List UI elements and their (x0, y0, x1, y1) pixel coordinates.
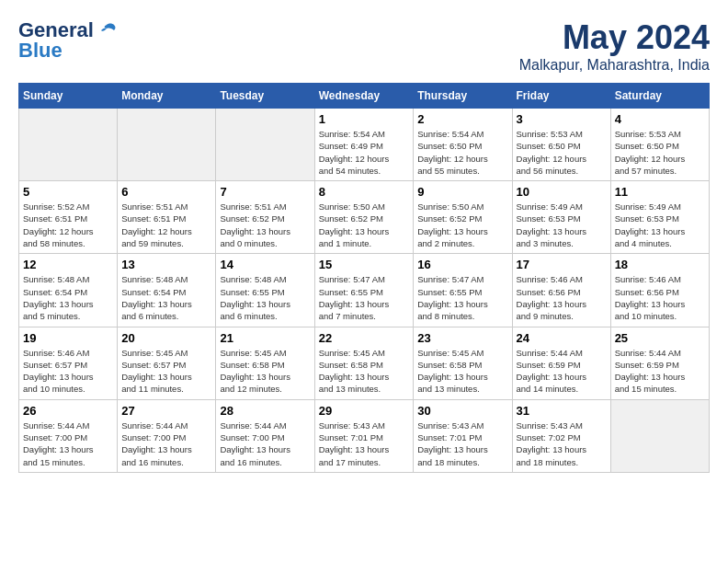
calendar-cell: 18Sunrise: 5:46 AM Sunset: 6:56 PM Dayli… (610, 254, 709, 327)
day-detail: Sunrise: 5:46 AM Sunset: 6:56 PM Dayligh… (517, 273, 607, 322)
calendar-cell: 27Sunrise: 5:44 AM Sunset: 7:00 PM Dayli… (118, 399, 216, 472)
day-number: 10 (517, 185, 607, 199)
day-number: 4 (615, 112, 705, 126)
day-number: 17 (517, 258, 607, 271)
day-detail: Sunrise: 5:54 AM Sunset: 6:49 PM Dayligh… (319, 128, 410, 177)
day-number: 15 (319, 258, 410, 271)
day-number: 21 (220, 331, 310, 345)
day-detail: Sunrise: 5:45 AM Sunset: 6:58 PM Dayligh… (220, 347, 310, 396)
day-number: 9 (417, 185, 507, 199)
day-header-thursday: Thursday (414, 84, 512, 109)
title-block: May 2024 Malkapur, Maharashtra, India (519, 18, 710, 74)
calendar-week-row: 19Sunrise: 5:46 AM Sunset: 6:57 PM Dayli… (19, 327, 710, 399)
day-number: 31 (517, 404, 607, 418)
day-header-sunday: Sunday (19, 84, 118, 109)
calendar-cell: 12Sunrise: 5:48 AM Sunset: 6:54 PM Dayli… (19, 254, 118, 327)
calendar-cell: 17Sunrise: 5:46 AM Sunset: 6:56 PM Dayli… (512, 254, 610, 327)
logo-bird-icon (96, 21, 118, 40)
calendar-cell: 4Sunrise: 5:53 AM Sunset: 6:50 PM Daylig… (610, 109, 709, 181)
calendar-cell: 23Sunrise: 5:45 AM Sunset: 6:58 PM Dayli… (414, 327, 512, 399)
day-number: 19 (23, 331, 113, 345)
location-subtitle: Malkapur, Maharashtra, India (519, 57, 710, 74)
day-number: 29 (319, 404, 410, 418)
day-detail: Sunrise: 5:48 AM Sunset: 6:54 PM Dayligh… (23, 273, 113, 322)
day-detail: Sunrise: 5:46 AM Sunset: 6:56 PM Dayligh… (615, 273, 705, 322)
day-header-wednesday: Wednesday (314, 84, 414, 109)
calendar-cell: 15Sunrise: 5:47 AM Sunset: 6:55 PM Dayli… (314, 254, 414, 327)
day-number: 27 (121, 404, 211, 418)
day-number: 22 (319, 331, 410, 345)
day-detail: Sunrise: 5:43 AM Sunset: 7:02 PM Dayligh… (517, 419, 607, 468)
day-detail: Sunrise: 5:48 AM Sunset: 6:55 PM Dayligh… (220, 273, 310, 322)
day-detail: Sunrise: 5:50 AM Sunset: 6:52 PM Dayligh… (319, 201, 410, 249)
calendar-cell: 3Sunrise: 5:53 AM Sunset: 6:50 PM Daylig… (512, 109, 610, 181)
calendar-header-row: SundayMondayTuesdayWednesdayThursdayFrid… (19, 84, 710, 109)
day-header-friday: Friday (512, 84, 610, 109)
month-year-title: May 2024 (519, 18, 710, 57)
day-detail: Sunrise: 5:44 AM Sunset: 7:00 PM Dayligh… (23, 419, 113, 468)
calendar-cell (610, 399, 709, 472)
calendar-cell: 10Sunrise: 5:49 AM Sunset: 6:53 PM Dayli… (512, 181, 610, 254)
calendar-cell: 24Sunrise: 5:44 AM Sunset: 6:59 PM Dayli… (512, 327, 610, 399)
calendar-table: SundayMondayTuesdayWednesdayThursdayFrid… (18, 83, 710, 473)
calendar-cell: 20Sunrise: 5:45 AM Sunset: 6:57 PM Dayli… (118, 327, 216, 399)
day-number: 2 (417, 112, 507, 126)
day-number: 8 (319, 185, 410, 199)
calendar-cell (118, 109, 216, 181)
day-number: 5 (23, 185, 113, 199)
day-detail: Sunrise: 5:51 AM Sunset: 6:51 PM Dayligh… (121, 201, 211, 249)
day-number: 24 (517, 331, 607, 345)
calendar-cell: 16Sunrise: 5:47 AM Sunset: 6:55 PM Dayli… (414, 254, 512, 327)
calendar-week-row: 12Sunrise: 5:48 AM Sunset: 6:54 PM Dayli… (19, 254, 710, 327)
day-detail: Sunrise: 5:53 AM Sunset: 6:50 PM Dayligh… (615, 128, 705, 177)
day-number: 30 (417, 404, 507, 418)
day-number: 7 (220, 185, 310, 199)
day-detail: Sunrise: 5:49 AM Sunset: 6:53 PM Dayligh… (615, 201, 705, 249)
calendar-cell: 19Sunrise: 5:46 AM Sunset: 6:57 PM Dayli… (19, 327, 118, 399)
day-detail: Sunrise: 5:51 AM Sunset: 6:52 PM Dayligh… (220, 201, 310, 249)
day-number: 1 (319, 112, 410, 126)
day-number: 3 (517, 112, 607, 126)
day-detail: Sunrise: 5:47 AM Sunset: 6:55 PM Dayligh… (319, 273, 410, 322)
day-detail: Sunrise: 5:54 AM Sunset: 6:50 PM Dayligh… (417, 128, 507, 177)
day-number: 12 (23, 258, 113, 271)
day-number: 18 (615, 258, 705, 271)
day-detail: Sunrise: 5:45 AM Sunset: 6:58 PM Dayligh… (319, 347, 410, 396)
calendar-week-row: 26Sunrise: 5:44 AM Sunset: 7:00 PM Dayli… (19, 399, 710, 472)
calendar-cell: 13Sunrise: 5:48 AM Sunset: 6:54 PM Dayli… (118, 254, 216, 327)
calendar-cell (19, 109, 118, 181)
calendar-cell: 30Sunrise: 5:43 AM Sunset: 7:01 PM Dayli… (414, 399, 512, 472)
day-header-tuesday: Tuesday (216, 84, 314, 109)
day-detail: Sunrise: 5:44 AM Sunset: 7:00 PM Dayligh… (121, 419, 211, 468)
calendar-week-row: 5Sunrise: 5:52 AM Sunset: 6:51 PM Daylig… (19, 181, 710, 254)
day-detail: Sunrise: 5:43 AM Sunset: 7:01 PM Dayligh… (319, 419, 410, 468)
day-number: 13 (121, 258, 211, 271)
day-number: 26 (23, 404, 113, 418)
calendar-cell: 1Sunrise: 5:54 AM Sunset: 6:49 PM Daylig… (314, 109, 414, 181)
calendar-cell: 5Sunrise: 5:52 AM Sunset: 6:51 PM Daylig… (19, 181, 118, 254)
day-detail: Sunrise: 5:43 AM Sunset: 7:01 PM Dayligh… (417, 419, 507, 468)
calendar-cell: 7Sunrise: 5:51 AM Sunset: 6:52 PM Daylig… (216, 181, 314, 254)
day-detail: Sunrise: 5:47 AM Sunset: 6:55 PM Dayligh… (417, 273, 507, 322)
day-detail: Sunrise: 5:44 AM Sunset: 6:59 PM Dayligh… (615, 347, 705, 396)
calendar-cell (216, 109, 314, 181)
day-detail: Sunrise: 5:48 AM Sunset: 6:54 PM Dayligh… (121, 273, 211, 322)
day-detail: Sunrise: 5:44 AM Sunset: 7:00 PM Dayligh… (220, 419, 310, 468)
day-number: 25 (615, 331, 705, 345)
calendar-cell: 29Sunrise: 5:43 AM Sunset: 7:01 PM Dayli… (314, 399, 414, 472)
day-detail: Sunrise: 5:49 AM Sunset: 6:53 PM Dayligh… (517, 201, 607, 249)
calendar-cell: 25Sunrise: 5:44 AM Sunset: 6:59 PM Dayli… (610, 327, 709, 399)
day-number: 16 (417, 258, 507, 271)
day-number: 11 (615, 185, 705, 199)
calendar-cell: 22Sunrise: 5:45 AM Sunset: 6:58 PM Dayli… (314, 327, 414, 399)
day-number: 23 (417, 331, 507, 345)
day-detail: Sunrise: 5:52 AM Sunset: 6:51 PM Dayligh… (23, 201, 113, 249)
calendar-cell: 6Sunrise: 5:51 AM Sunset: 6:51 PM Daylig… (118, 181, 216, 254)
page-header: General Blue May 2024 Malkapur, Maharash… (18, 18, 710, 74)
day-number: 14 (220, 258, 310, 271)
logo-blue: Blue (18, 42, 63, 59)
logo: General Blue (18, 18, 118, 59)
day-detail: Sunrise: 5:45 AM Sunset: 6:58 PM Dayligh… (417, 347, 507, 396)
day-header-monday: Monday (118, 84, 216, 109)
day-number: 20 (121, 331, 211, 345)
